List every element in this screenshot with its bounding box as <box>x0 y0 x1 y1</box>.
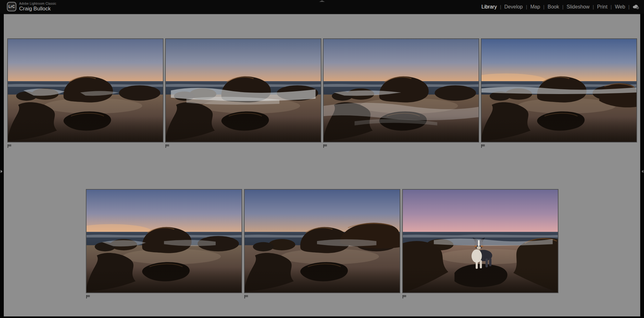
left-panel-toggle-icon[interactable] <box>1 170 3 173</box>
titlebar: LrC Adobe Lightroom Classic Craig Bulloc… <box>0 0 644 14</box>
flag-badge[interactable] <box>481 144 486 148</box>
photo-image-4 <box>481 38 637 142</box>
lightroom-logo-icon: LrC <box>7 2 16 11</box>
module-tab-slideshow[interactable]: Slideshow <box>564 4 593 10</box>
module-tab-web[interactable]: Web <box>612 4 628 10</box>
right-panel-toggle-icon[interactable] <box>641 170 643 173</box>
cloud-sync-icon[interactable] <box>632 4 640 9</box>
flag-badge[interactable] <box>7 144 12 148</box>
survey-view-workspace <box>4 14 640 316</box>
module-tab-book[interactable]: Book <box>544 4 562 10</box>
survey-row-2 <box>4 189 640 293</box>
photo-image-5 <box>86 189 242 293</box>
module-tab-develop[interactable]: Develop <box>501 4 526 10</box>
photo-2[interactable] <box>165 38 321 142</box>
photo-4[interactable] <box>481 38 637 142</box>
survey-row-1 <box>4 38 640 142</box>
module-tab-library[interactable]: Library <box>478 4 500 10</box>
identity-name: Craig Bullock <box>19 6 56 12</box>
flag-badge[interactable] <box>86 294 91 298</box>
photo-image-3 <box>323 38 479 142</box>
lightroom-window: { "titlebar": { "logo": "LrC", "app_name… <box>0 0 644 318</box>
photo-5[interactable] <box>86 189 242 293</box>
photo-3[interactable] <box>323 38 479 142</box>
photo-1[interactable] <box>7 38 164 142</box>
module-tab-print[interactable]: Print <box>594 4 611 10</box>
flag-badge[interactable] <box>402 294 407 298</box>
photo-7[interactable] <box>402 189 558 293</box>
module-tab-map[interactable]: Map <box>527 4 543 10</box>
flag-badge[interactable] <box>244 294 249 298</box>
top-panel-toggle-icon[interactable] <box>319 0 325 2</box>
photo-image-6 <box>244 189 400 293</box>
module-picker: Library|Develop|Map|Book|Slideshow|Print… <box>478 0 641 14</box>
photo-6[interactable] <box>244 189 400 293</box>
identity-plate: Adobe Lightroom Classic Craig Bullock <box>19 2 56 12</box>
photo-image-2 <box>165 38 321 142</box>
app-name: Adobe Lightroom Classic <box>19 2 56 5</box>
module-separator: | <box>628 4 630 9</box>
flag-badge[interactable] <box>165 144 170 148</box>
flag-badge[interactable] <box>323 144 328 148</box>
photo-image-1 <box>7 38 164 142</box>
photo-image-7 <box>402 189 558 293</box>
